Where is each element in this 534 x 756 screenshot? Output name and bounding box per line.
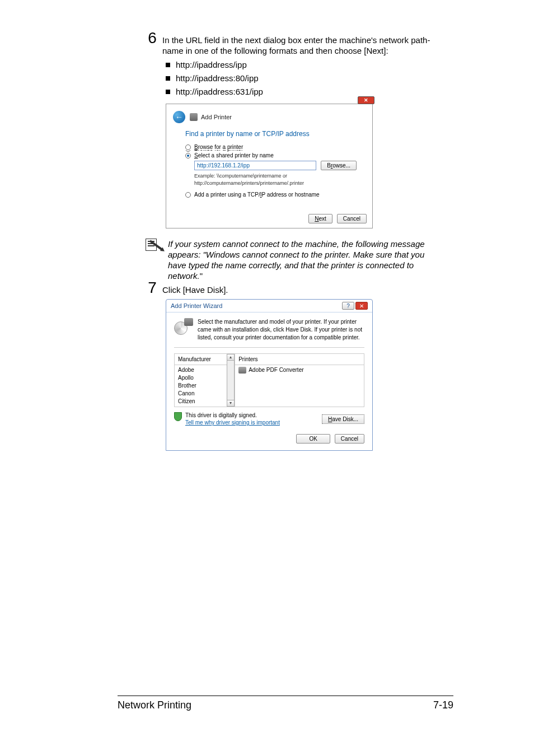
list-item[interactable]: Canon — [178, 390, 223, 398]
shield-icon — [174, 412, 182, 421]
step-7-text: Click [Have Disk]. — [162, 283, 228, 295]
radio-select-shared[interactable]: Select a shared printer by name — [185, 152, 357, 158]
printer-url-input[interactable]: http://192.168.1.2/ipp — [194, 161, 316, 170]
note-icon — [146, 239, 165, 252]
dialog2-intro-text: Select the manufacturer and model of you… — [198, 318, 364, 342]
radio-icon — [185, 144, 191, 150]
printers-list[interactable]: Adobe PDF Converter — [235, 365, 364, 407]
add-printer-wizard-dialog: Add Printer Wizard ? ✕ Select the manufa… — [166, 299, 373, 451]
dialog-title: Add Printer — [201, 114, 232, 120]
list-item[interactable]: Adobe PDF Converter — [238, 366, 360, 374]
radio-icon — [185, 192, 191, 198]
footer-divider — [118, 696, 453, 696]
step-6-bullets: http://ipaddress/ipp http://ipaddress:80… — [166, 59, 459, 97]
radio-tcpip[interactable]: Add a printer using a TCP/IP address or … — [185, 192, 357, 198]
footer-section-title: Network Printing — [118, 699, 191, 711]
bullet-icon — [166, 90, 170, 94]
bullet-icon — [166, 63, 170, 67]
close-button[interactable]: ✕ — [358, 96, 374, 104]
note-text: If your system cannot connect to the mac… — [168, 239, 425, 281]
add-printer-dialog: ✕ ← Add Printer Find a printer by name o… — [166, 104, 373, 228]
step-6-text: In the URL field in the next dialog box … — [162, 34, 430, 56]
next-button[interactable]: Next — [308, 214, 332, 223]
manufacturer-scrollbar[interactable]: ▴ ▾ — [227, 354, 235, 407]
scroll-down-icon[interactable]: ▾ — [227, 400, 235, 407]
close-button[interactable]: ✕ — [355, 302, 368, 310]
bullet-icon — [166, 76, 170, 81]
cancel-button[interactable]: Cancel — [337, 214, 367, 223]
disk-printer-icon — [174, 318, 193, 335]
step-7-number: 7 — [146, 280, 159, 296]
browse-button[interactable]: Browse... — [321, 161, 357, 170]
bullet-text: http://ipaddress/ipp — [176, 59, 247, 70]
list-item[interactable]: Apollo — [178, 374, 223, 382]
list-item[interactable]: Citizen — [178, 398, 223, 405]
example-text: Example: \\computername\printername or h… — [194, 172, 357, 187]
manufacturer-list[interactable]: Adobe Apollo Brother Canon Citizen — [175, 365, 227, 407]
printers-header[interactable]: Printers — [235, 354, 364, 365]
dialog-heading: Find a printer by name or TCP/IP address — [185, 130, 357, 138]
driver-signing-link[interactable]: Tell me why driver signing is important — [185, 419, 280, 426]
cancel-button[interactable]: Cancel — [335, 434, 364, 444]
scroll-up-icon[interactable]: ▴ — [227, 354, 235, 361]
radio-icon-selected — [185, 153, 191, 158]
ok-button[interactable]: OK — [296, 434, 330, 444]
manufacturer-header[interactable]: Manufacturer — [175, 354, 227, 365]
step-6-number: 6 — [146, 30, 159, 46]
list-item[interactable]: Brother — [178, 382, 223, 390]
bullet-text: http://ipaddress:80/ipp — [176, 73, 259, 83]
help-button[interactable]: ? — [342, 302, 354, 310]
list-item[interactable]: Adobe — [178, 366, 223, 374]
printer-icon — [238, 367, 246, 374]
bullet-text: http://ipaddress:631/ipp — [176, 86, 263, 97]
printer-icon — [190, 113, 198, 121]
signed-text: This driver is digitally signed. — [185, 412, 280, 419]
back-button[interactable]: ← — [173, 111, 185, 123]
footer-page-number: 7-19 — [433, 699, 453, 711]
dialog2-title: Add Printer Wizard — [171, 302, 222, 309]
radio-browse-for-printer[interactable]: Browse for a printer — [185, 144, 357, 150]
have-disk-button[interactable]: Have Disk... — [322, 414, 364, 424]
